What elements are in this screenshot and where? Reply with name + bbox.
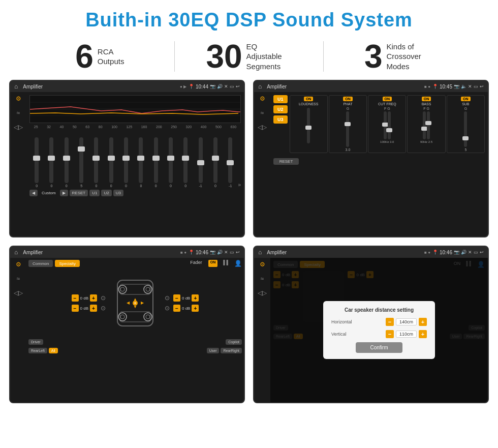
db-minus-rb[interactable]: − (173, 305, 180, 312)
confirm-button[interactable]: Confirm (356, 342, 402, 353)
driver-btn[interactable]: Driver (28, 339, 43, 345)
svg-point-13 (146, 315, 150, 319)
speaker-icon[interactable]: ◁▷ (14, 124, 23, 131)
db-row-right-bot: ⊙ − 0 dB + (165, 305, 199, 312)
u1-button[interactable]: U1 (273, 95, 288, 103)
eq-slider-6[interactable]: 0 (104, 137, 118, 188)
u2-button[interactable]: U2 (273, 105, 288, 113)
wave-icon-3[interactable]: ≈ (17, 275, 20, 282)
speaker-right: ⊙ − 0 dB + ⊙ − 0 dB + (165, 294, 199, 312)
eq-slider-9[interactable]: 0 (149, 137, 163, 188)
cutfreq-slider-g[interactable] (388, 111, 391, 139)
user-btn[interactable]: User (207, 348, 220, 353)
close-icon[interactable]: ✕ (224, 84, 228, 89)
phat-slider[interactable] (346, 111, 349, 147)
eq-icon-2[interactable]: ⚙ (260, 95, 265, 102)
db-plus-rt[interactable]: + (192, 294, 199, 302)
eq-u1-btn[interactable]: U1 (89, 190, 100, 196)
eq-icon[interactable]: ⚙ (16, 95, 21, 102)
home-icon-3[interactable]: ⌂ (14, 249, 18, 256)
eq-u3-btn[interactable]: U3 (113, 190, 123, 196)
vertical-minus-btn[interactable]: − (386, 330, 394, 338)
db-plus-lb[interactable]: + (90, 305, 97, 312)
speaker-icon-4[interactable]: ◁▷ (258, 289, 267, 296)
eq-slider-11[interactable]: 0 (178, 137, 193, 188)
crossover-screen-content: ⚙ ≈ ◁▷ U1 U2 U3 ON LOUDNESS (254, 92, 488, 236)
speaker-icon-3[interactable]: ◁▷ (14, 289, 23, 296)
eq-slider-14[interactable]: -1 (223, 137, 237, 188)
close-icon-3[interactable]: ✕ (224, 250, 228, 255)
vertical-plus-btn[interactable]: + (419, 330, 427, 338)
camera-icon-2: 📷 (454, 84, 459, 89)
back-icon[interactable]: ↩ (236, 84, 240, 89)
crossover-status-bar: ⌂ Amplifier ■ ● 📍 10:45 📷 🔈 ✕ ▭ ↩ (254, 81, 488, 92)
cutfreq-slider-f[interactable] (384, 111, 387, 139)
person-icon[interactable]: 👤 (234, 260, 242, 267)
speaker-icon-2[interactable]: ◁▷ (258, 124, 267, 131)
u-buttons-row: U1 U2 U3 ON LOUDNESS (273, 95, 485, 153)
eq-slider-13[interactable]: 0 (208, 137, 223, 188)
eq-prev-btn[interactable]: ◀ (29, 190, 38, 196)
eq-slider-12[interactable]: -1 (193, 137, 207, 188)
car-diagram: ▲ ▼ ◀ ▶ (110, 270, 161, 336)
crossover-reset-btn[interactable]: RESET (273, 158, 299, 165)
home-icon[interactable]: ⌂ (14, 83, 18, 90)
eq-icon-4[interactable]: ⚙ (260, 261, 265, 268)
home-icon-4[interactable]: ⌂ (258, 249, 262, 256)
eq-u2-btn[interactable]: U2 (101, 190, 111, 196)
db-minus-lt[interactable]: − (72, 294, 79, 302)
close-icon-4[interactable]: ✕ (468, 250, 472, 255)
bass-slider-g[interactable] (427, 111, 430, 139)
close-icon-2[interactable]: ✕ (468, 84, 472, 89)
eq-slider-3[interactable]: 0 (59, 137, 74, 188)
eq-icon-3[interactable]: ⚙ (16, 261, 21, 268)
back-icon-2[interactable]: ↩ (480, 84, 484, 89)
eq-slider-4[interactable]: 5 (74, 137, 88, 188)
db-minus-lb[interactable]: − (72, 305, 79, 312)
back-icon-3[interactable]: ↩ (236, 250, 240, 255)
db-plus-lt[interactable]: + (90, 294, 97, 302)
phat-name: PHAT (343, 102, 352, 106)
specialty-tab[interactable]: Specialty (55, 260, 79, 267)
eq-slider-1[interactable]: 0 (29, 137, 44, 188)
horizontal-plus-btn[interactable]: + (419, 318, 427, 326)
u-buttons-col: U1 U2 U3 (273, 95, 288, 153)
wave-icon-4[interactable]: ≈ (261, 275, 264, 282)
eq-play-btn[interactable]: ▶ (60, 190, 68, 196)
eq-slider-7[interactable]: 0 (119, 137, 133, 188)
back-icon-4[interactable]: ↩ (480, 250, 484, 255)
eq-more-icon[interactable]: » (238, 182, 241, 188)
wave-icon[interactable]: ≈ (17, 109, 20, 116)
home-icon-2[interactable]: ⌂ (258, 83, 262, 90)
rear-left-btn[interactable]: RearLeft (28, 348, 47, 353)
rear-right-btn[interactable]: RearRight (221, 348, 242, 353)
bass-slider-f[interactable] (423, 111, 426, 139)
crossover-screen-title: Amplifier (267, 84, 422, 89)
db-plus-rb[interactable]: + (192, 305, 199, 312)
fader-label: Fader (190, 260, 202, 267)
loudness-slider[interactable] (307, 108, 310, 143)
db-minus-rt[interactable]: − (173, 294, 180, 302)
eq-status-bar: ⌂ Amplifier ● ▶ 📍 10:44 📷 🔊 ✕ ▭ ↩ (10, 81, 244, 92)
eq-slider-10[interactable]: 0 (164, 137, 178, 188)
fader-screen-title: Amplifier (23, 250, 178, 255)
location-icon-2: 📍 (432, 84, 438, 89)
horizontal-minus-btn[interactable]: − (386, 318, 394, 326)
eq-slider-8[interactable]: 0 (134, 137, 148, 188)
all-btn[interactable]: All (49, 348, 58, 353)
eq-slider-2[interactable]: 0 (44, 137, 58, 188)
fader-status-bar: ⌂ Amplifier ■ ● 📍 10:46 📷 🔊 ✕ ▭ ↩ (10, 247, 244, 258)
wave-icon-2[interactable]: ≈ (261, 109, 264, 116)
copilot-btn[interactable]: Copilot (226, 339, 242, 345)
sub-on: ON (461, 97, 471, 101)
eq-slider-5[interactable]: 0 (89, 137, 103, 188)
crossover-status-icons: 📍 10:45 📷 🔈 ✕ ▭ ↩ (432, 84, 484, 89)
common-tab[interactable]: Common (28, 260, 53, 267)
window-icon-2: ▭ (474, 84, 478, 89)
dialog-horizontal-row: Horizontal − 140cm + (331, 318, 427, 326)
u3-button[interactable]: U3 (273, 115, 288, 124)
crossover-main-area: U1 U2 U3 ON LOUDNESS (270, 92, 488, 236)
eq-reset-btn[interactable]: RESET (70, 190, 88, 196)
crossover-side-icons: ⚙ ≈ ◁▷ (254, 92, 270, 236)
sub-slider[interactable] (464, 111, 467, 147)
